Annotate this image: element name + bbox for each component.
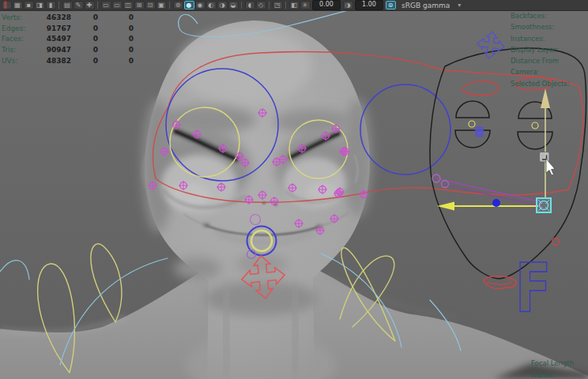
toolbar-divider (285, 2, 286, 9)
panel-toolbar: ▌▦▪◨▮▤✎✚▭▭◫⊞⊡▣⊚●◉◐◑◒◖◇◳◧✳ 0.00 ◑ 1.00 ⊜ … (0, 0, 588, 11)
wireframe-icon[interactable]: ⊚ (173, 1, 183, 9)
exposure-icon[interactable]: ✳ (300, 1, 311, 9)
view-transform-icon[interactable]: ⊜ (386, 1, 396, 9)
select-camera-icon[interactable]: ▦ (13, 1, 23, 9)
toolbar-divider (269, 2, 270, 9)
grease-pencil-icon[interactable]: ✎ (74, 1, 84, 9)
use-all-lights-icon[interactable]: ◐ (206, 1, 217, 9)
lock-camera-icon[interactable]: ▪ (24, 1, 34, 9)
screen-ao-icon[interactable]: ◒ (228, 1, 239, 9)
toolbar-divider (58, 2, 59, 9)
safe-action-icon[interactable]: ⊡ (145, 1, 156, 9)
add-keyframe-icon[interactable]: ✚ (85, 1, 95, 9)
gamma-field[interactable]: 1.00 (355, 0, 383, 10)
shadows-icon[interactable]: ◑ (217, 1, 228, 9)
xray-icon[interactable]: ◇ (256, 1, 266, 9)
panel-layout-icon[interactable]: ◧ (289, 1, 300, 9)
view-transform-dropdown[interactable]: sRGB gamma ▾ (398, 1, 465, 10)
camera-attributes-icon[interactable]: ◨ (35, 1, 45, 9)
toolbar-divider (97, 2, 98, 9)
selected-control-blob[interactable] (475, 126, 484, 137)
gamma-icon[interactable]: ◑ (343, 1, 353, 9)
axis-origin-dot[interactable] (492, 199, 500, 207)
f-letter-text[interactable]: F (515, 249, 551, 327)
f-letter-curve[interactable]: F (515, 249, 551, 327)
safe-title-icon[interactable]: ▣ (156, 1, 167, 9)
maya-viewport-window: F ▌▦▪◨▮▤✎✚▭▭◫⊞⊡▣⊚●◉◐◑◒◖◇◳◧✳ (0, 0, 588, 379)
smooth-shade-icon[interactable]: ● (184, 1, 194, 9)
textured-icon[interactable]: ◉ (195, 1, 205, 9)
toolbar-divider (241, 2, 242, 9)
chevron-down-icon: ▾ (458, 2, 461, 9)
bookmarks-icon[interactable]: ▮ (46, 1, 56, 9)
toolbar-divider (169, 2, 170, 9)
exposure-field[interactable]: 0.00 (312, 0, 341, 10)
image-plane-icon[interactable]: ▤ (62, 1, 73, 9)
film-gate-icon[interactable]: ▭ (101, 1, 111, 9)
viewport-canvas[interactable]: F (0, 0, 588, 379)
isolate-select-icon[interactable]: ◳ (273, 1, 283, 9)
field-chart-icon[interactable]: ⊞ (134, 1, 145, 9)
view-transform-value: sRGB gamma (401, 2, 450, 9)
default-material-icon[interactable]: ◖ (245, 1, 255, 9)
panel-edge-icon[interactable]: ▌ (2, 1, 12, 9)
gate-mask-icon[interactable]: ◫ (123, 1, 134, 9)
resolution-gate-icon[interactable]: ▭ (112, 1, 122, 9)
